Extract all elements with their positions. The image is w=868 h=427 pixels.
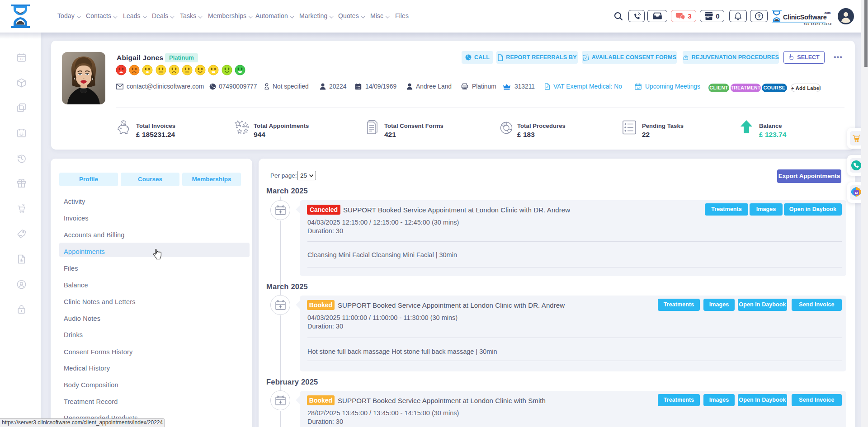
svg-text:.com: .com bbox=[824, 11, 830, 14]
svg-text:ClinicSoftware: ClinicSoftware bbox=[783, 14, 827, 21]
svg-text:TEN STEPS AHEAD: TEN STEPS AHEAD bbox=[804, 23, 832, 25]
svg-text:12: 12 bbox=[20, 57, 24, 61]
svg-text:AI: AI bbox=[854, 191, 858, 195]
svg-text:?: ? bbox=[757, 14, 760, 19]
svg-text:12: 12 bbox=[637, 86, 639, 89]
